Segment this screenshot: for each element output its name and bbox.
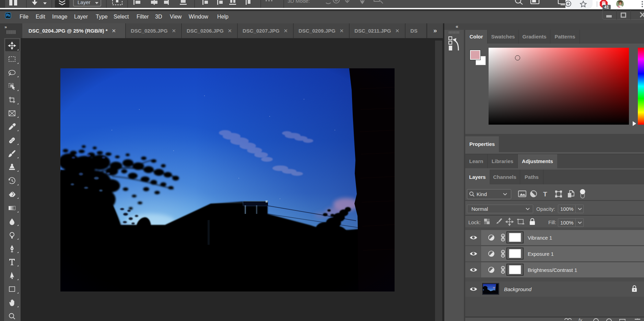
svg-text:Background: Background xyxy=(504,286,532,292)
svg-text:3D Mode:: 3D Mode: xyxy=(288,0,310,4)
svg-text:fx: fx xyxy=(578,318,583,321)
svg-text:41: 41 xyxy=(604,5,609,10)
svg-text:Layer: Layer xyxy=(78,0,91,5)
svg-text:Vibrance 1: Vibrance 1 xyxy=(528,235,552,241)
svg-text:Brightness/Contrast 1: Brightness/Contrast 1 xyxy=(528,267,577,273)
svg-text:Exposure 1: Exposure 1 xyxy=(528,251,554,257)
